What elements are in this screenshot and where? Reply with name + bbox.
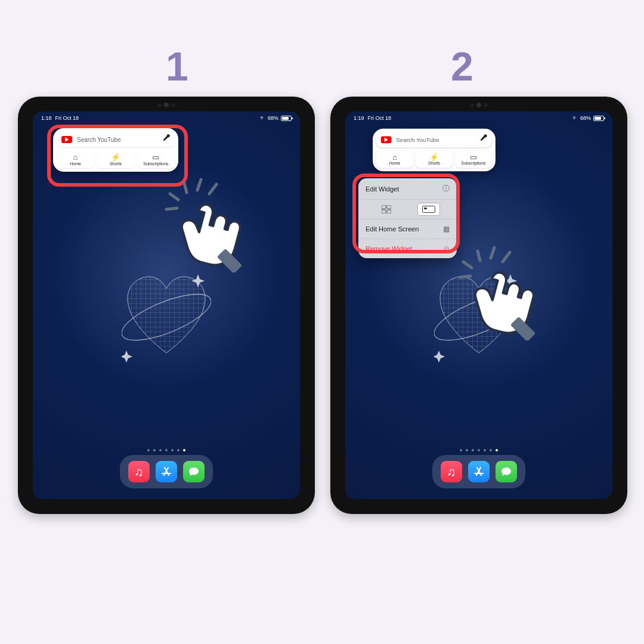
step-number-1: 1 [166, 43, 188, 89]
yt-tab-subs[interactable]: ▭ Subscriptions [137, 151, 175, 168]
battery-icon [281, 116, 292, 121]
yt-tab-label: Shorts [110, 162, 122, 166]
menu-remove-widget[interactable]: Remove Widget ⊖ [358, 239, 457, 258]
svg-rect-14 [422, 206, 435, 213]
ipad-screen-1: 1:18 Fri Oct 18 ᯤ 68% Search YouTube [33, 112, 300, 499]
youtube-logo-icon [381, 136, 392, 143]
youtube-search-bar[interactable]: Search YouTube [376, 132, 492, 147]
page-dots[interactable] [460, 449, 498, 451]
svg-rect-12 [382, 210, 386, 213]
svg-rect-11 [387, 205, 391, 209]
youtube-widget[interactable]: Search YouTube ⌂ Home ⚡ Shorts ▭ Subscri… [53, 128, 178, 172]
camera-cluster [470, 103, 488, 107]
yt-tab-home[interactable]: ⌂ Home [57, 151, 94, 168]
home-icon: ⌂ [377, 153, 412, 162]
wallpaper-heart [122, 270, 211, 365]
menu-edit-widget[interactable]: Edit Widget ⓘ [358, 178, 457, 200]
svg-line-23 [463, 262, 472, 268]
mic-icon[interactable] [164, 135, 170, 144]
wifi-icon: ᯤ [260, 115, 265, 121]
subscriptions-icon: ▭ [456, 153, 491, 162]
battery-pct: 68% [268, 115, 278, 121]
app-music[interactable]: ♫ [441, 461, 462, 482]
status-bar: 1:19 Fri Oct 18 ᯤ 68% [345, 112, 612, 121]
menu-edit-home-screen[interactable]: Edit Home Screen ▦ [358, 219, 457, 239]
youtube-widget[interactable]: Search YouTube ⌂ Home ⚡ Shorts ▭ Subscri… [371, 128, 497, 172]
subscriptions-icon: ▭ [138, 153, 174, 162]
ipad-screen-2: 1:19 Fri Oct 18 ᯤ 68% Search YouTube [345, 112, 612, 499]
minus-circle-icon: ⊖ [444, 244, 450, 253]
yt-tab-label: Subscriptions [143, 162, 168, 166]
widget-size-small[interactable] [376, 203, 397, 215]
yt-tab-home[interactable]: ⌂ Home [376, 151, 413, 168]
svg-rect-15 [424, 208, 427, 209]
wifi-icon: ᯤ [572, 115, 578, 121]
yt-tab-shorts[interactable]: ⚡ Shorts [416, 151, 453, 168]
svg-line-4 [184, 183, 187, 193]
yt-tab-label: Subscriptions [461, 162, 485, 166]
shorts-icon: ⚡ [98, 153, 133, 162]
camera-cluster [157, 103, 175, 107]
app-music[interactable]: ♫ [128, 461, 150, 482]
home-icon: ⌂ [58, 153, 93, 162]
svg-rect-9 [217, 249, 242, 273]
tap-hand-icon [160, 177, 256, 273]
svg-line-21 [491, 247, 494, 258]
youtube-search-placeholder: Search YouTube [396, 137, 476, 143]
shorts-icon: ⚡ [417, 153, 451, 162]
svg-rect-13 [387, 210, 391, 213]
app-appstore[interactable] [156, 461, 177, 482]
yt-tab-subs[interactable]: ▭ Subscriptions [455, 151, 492, 168]
status-date: Fri Oct 18 [368, 115, 392, 121]
status-time: 1:19 [354, 115, 364, 121]
yt-tab-label: Shorts [428, 162, 440, 166]
svg-rect-10 [382, 205, 386, 209]
ipad-frame-2: 1:19 Fri Oct 18 ᯤ 68% Search YouTube [330, 97, 627, 514]
youtube-logo-icon [61, 136, 72, 143]
widget-size-medium[interactable] [418, 203, 439, 215]
yt-tab-shorts[interactable]: ⚡ Shorts [97, 151, 134, 168]
yt-tab-label: Home [389, 162, 400, 166]
menu-widget-sizes [358, 200, 457, 219]
menu-label: Edit Widget [366, 185, 399, 193]
svg-line-6 [209, 184, 216, 194]
wallpaper-heart [434, 270, 524, 365]
mic-icon[interactable] [481, 135, 487, 144]
app-messages[interactable] [183, 461, 205, 482]
ipad-frame-1: 1:18 Fri Oct 18 ᯤ 68% Search YouTube [18, 97, 315, 514]
battery-pct: 68% [580, 115, 591, 121]
app-appstore[interactable] [468, 461, 490, 482]
dock: ♫ [432, 455, 525, 488]
youtube-search-bar[interactable]: Search YouTube [57, 132, 175, 147]
menu-label: Remove Widget [366, 245, 412, 252]
page-dots[interactable] [147, 449, 185, 451]
svg-line-7 [170, 194, 178, 200]
app-messages[interactable] [496, 461, 517, 482]
info-icon: ⓘ [442, 184, 450, 194]
apps-grid-icon: ▦ [443, 225, 450, 233]
menu-label: Edit Home Screen [366, 225, 419, 233]
status-bar: 1:18 Fri Oct 18 ᯤ 68% [33, 112, 300, 121]
yt-tab-label: Home [70, 162, 81, 166]
youtube-search-placeholder: Search YouTube [77, 137, 159, 143]
svg-line-22 [503, 252, 510, 262]
status-time: 1:18 [41, 115, 52, 121]
svg-line-5 [197, 179, 201, 190]
status-date: Fri Oct 18 [55, 115, 79, 121]
dock: ♫ [120, 455, 213, 488]
svg-line-8 [166, 208, 177, 209]
battery-icon [593, 116, 604, 121]
step-number-2: 2 [451, 43, 473, 89]
svg-line-20 [478, 251, 480, 261]
widget-context-menu: Edit Widget ⓘ Edit Home Screen ▦ Remove … [358, 178, 457, 258]
